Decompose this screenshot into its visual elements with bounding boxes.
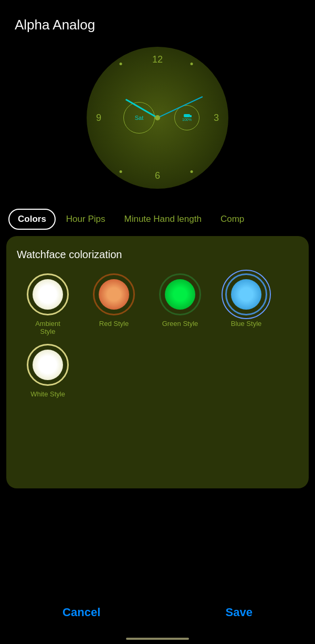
watch-num-3: 3 [214,113,219,124]
tab-colors[interactable]: Colors [8,209,56,230]
bottom-bar: Cancel Save [0,591,315,644]
swatch-white[interactable]: White Style [19,344,77,398]
tab-minute-hand[interactable]: Minute Hand length [116,210,209,229]
watch-dot-3 [120,170,122,173]
swatch-blue-label: Blue Style [231,320,262,328]
battery-pct: 100% [182,118,192,121]
swatch-white-label: White Style [30,390,65,398]
watch-dot-1 [191,63,193,65]
swatch-red[interactable]: Red Style [85,273,143,335]
cancel-button[interactable]: Cancel [41,599,121,626]
sub-dial-battery: 100% [174,105,200,130]
swatch-ambient-inner [33,279,63,310]
swatch-green[interactable]: Green Style [151,273,209,335]
swatch-red-label: Red Style [99,320,129,328]
app-title: Alpha Analog [0,0,315,42]
watch-face: 12 3 6 9 Sat 100% [87,47,228,189]
content-panel: Watchface colorization AmbientStyle Red … [6,236,309,488]
swatch-green-label: Green Style [162,320,198,328]
tab-comp[interactable]: Comp [212,210,253,229]
swatch-green-inner [165,279,195,310]
battery-icon [184,114,190,117]
swatch-blue-inner [231,279,261,310]
swatch-white-inner [33,350,63,380]
swatch-blue-circle [225,273,267,315]
home-indicator [126,638,189,640]
watch-num-9: 9 [96,113,101,124]
watch-center [155,115,160,120]
swatch-red-circle [93,273,135,315]
day-label: Sat [135,115,144,121]
watch-dot-4 [120,63,122,65]
swatch-white-circle [27,344,69,386]
swatch-blue[interactable]: Blue Style [217,273,275,335]
save-button[interactable]: Save [204,599,273,626]
tabs-row: Colors Hour Pips Minute Hand length Comp [0,205,315,234]
section-title: Watchface colorization [17,249,298,261]
watch-num-12: 12 [152,54,163,65]
swatch-green-circle [159,273,201,315]
tab-hour-pips[interactable]: Hour Pips [58,210,114,229]
swatch-red-inner [99,279,129,310]
swatches-grid: AmbientStyle Red Style Green Style Blue … [17,273,298,398]
watch-dot-2 [191,170,193,173]
swatch-ambient-label: AmbientStyle [35,320,60,335]
swatch-ambient-circle [27,273,69,315]
watch-preview: 12 3 6 9 Sat 100% [0,42,315,205]
watch-num-6: 6 [155,170,160,181]
swatch-ambient[interactable]: AmbientStyle [19,273,77,335]
